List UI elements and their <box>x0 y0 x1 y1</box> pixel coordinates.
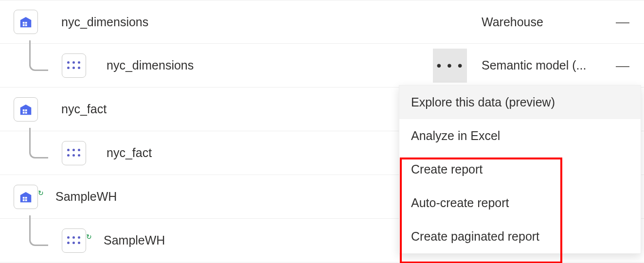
item-name: SampleWH <box>104 233 165 247</box>
item-row-nyc-dimensions-warehouse[interactable]: nyc_dimensions Warehouse — <box>0 0 644 44</box>
context-menu: Explore this data (preview) Analyze in E… <box>399 85 641 254</box>
svg-rect-8 <box>23 197 25 199</box>
svg-rect-2 <box>23 24 25 26</box>
tree-connector <box>29 128 48 158</box>
menu-item-auto-create-report[interactable]: Auto-create report <box>399 186 641 220</box>
svg-rect-1 <box>25 22 27 24</box>
item-type: Semantic model (... <box>482 58 598 72</box>
item-name: nyc_dimensions <box>61 15 148 29</box>
semantic-model-icon <box>62 53 86 78</box>
warehouse-icon <box>14 185 38 209</box>
menu-item-analyze-excel[interactable]: Analyze in Excel <box>399 119 641 153</box>
tree-connector <box>29 215 48 246</box>
item-name: SampleWH <box>55 190 117 204</box>
svg-rect-9 <box>25 197 27 199</box>
item-name: nyc_dimensions <box>107 58 194 72</box>
more-options-button[interactable]: • • • <box>433 49 467 83</box>
semantic-model-icon <box>62 141 86 165</box>
item-sensitivity-dash: — <box>616 14 628 30</box>
tree-connector <box>29 40 48 71</box>
refresh-indicator-icon: ↻ <box>86 233 92 241</box>
item-sensitivity-dash: — <box>616 58 628 73</box>
svg-rect-5 <box>25 109 27 111</box>
semantic-model-icon <box>62 228 86 253</box>
workspace-item-list: nyc_dimensions Warehouse — nyc_dimension… <box>0 0 644 263</box>
item-row-nyc-dimensions-semantic-model[interactable]: nyc_dimensions • • • Semantic model (...… <box>0 44 644 88</box>
svg-rect-4 <box>23 109 25 111</box>
menu-item-create-report[interactable]: Create report <box>399 153 641 186</box>
svg-rect-10 <box>23 199 25 201</box>
menu-item-create-paginated-report[interactable]: Create paginated report <box>399 220 641 253</box>
warehouse-icon <box>14 10 38 34</box>
svg-rect-7 <box>25 112 27 114</box>
svg-rect-11 <box>25 199 27 201</box>
refresh-indicator-icon: ↻ <box>38 189 44 197</box>
svg-rect-6 <box>23 112 25 114</box>
menu-item-explore-data[interactable]: Explore this data (preview) <box>399 86 641 119</box>
item-type: Warehouse <box>482 15 598 29</box>
item-name: nyc_fact <box>107 146 152 160</box>
warehouse-icon <box>14 97 38 122</box>
item-name: nyc_fact <box>61 102 107 116</box>
svg-rect-0 <box>23 22 25 24</box>
svg-rect-3 <box>25 24 27 26</box>
